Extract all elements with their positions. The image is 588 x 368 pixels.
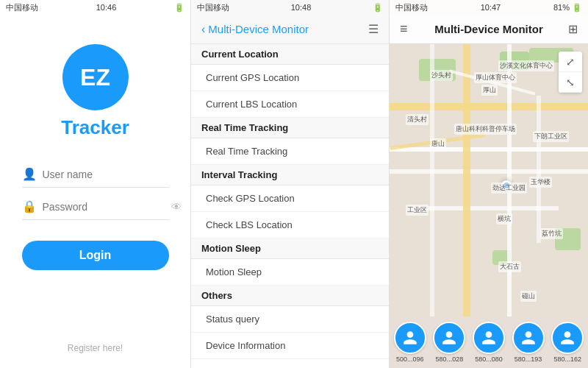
zoom-shrink-icon[interactable]: ⤡ bbox=[559, 72, 582, 93]
road-h-2 bbox=[390, 147, 588, 152]
menu-item-reset[interactable]: Reset bbox=[191, 359, 389, 368]
menu-item-current-lbs[interactable]: Current LBS Location bbox=[191, 91, 389, 118]
map-label-0: 沙头村 bbox=[430, 70, 453, 81]
road-v-3 bbox=[430, 44, 434, 316]
menu-item-device-info[interactable]: Device Information bbox=[191, 333, 389, 359]
signal-map: 中国移动 bbox=[395, 2, 428, 13]
map-label-3: 沙溪文化体育中心 bbox=[498, 60, 554, 71]
menu-item-status-query[interactable]: Status query bbox=[191, 306, 389, 333]
username-input[interactable] bbox=[43, 169, 171, 180]
map-panel: 中国移动 10:47 81% 🔋 ≡ Multi-Device Monitor … bbox=[390, 0, 588, 368]
layers-icon[interactable]: ⊞ bbox=[568, 22, 578, 36]
menu-panel: 中国移动 10:48 🔋 ‹ Multi-Device Monitor ☰ Cu… bbox=[191, 0, 390, 368]
device-label-4: 580...162 bbox=[553, 355, 581, 363]
status-bar-menu: 中国移动 10:48 🔋 bbox=[191, 0, 389, 15]
map-label-11: 横坑 bbox=[496, 213, 512, 224]
device-label-0: 500...096 bbox=[396, 355, 424, 363]
time-menu: 10:48 bbox=[291, 3, 312, 12]
device-avatar-1 bbox=[433, 322, 465, 354]
device-card-2[interactable]: 580...080 bbox=[471, 322, 506, 363]
login-form: 👤 🔒 👁 Login bbox=[22, 161, 169, 270]
lock-icon: 🔒 bbox=[22, 199, 37, 213]
section-header-3: Motion Sleep bbox=[191, 238, 389, 259]
register-link[interactable]: Register here! bbox=[68, 343, 123, 353]
map-label-8: 工业区 bbox=[406, 205, 429, 216]
device-label-1: 580...028 bbox=[436, 355, 464, 363]
menu-item-motion-sleep[interactable]: Motion Sleep bbox=[191, 259, 389, 286]
battery-menu: 🔋 bbox=[373, 3, 383, 13]
hamburger-icon[interactable]: ≡ bbox=[400, 21, 408, 37]
map-label-4: 清头村 bbox=[406, 114, 429, 125]
device-label-2: 580...080 bbox=[475, 355, 503, 363]
logo-area: EZ Tracker bbox=[61, 44, 129, 139]
section-header-1: Real Time Tracking bbox=[191, 118, 389, 138]
logo-circle: EZ bbox=[62, 44, 129, 110]
zoom-controls: ⤢ ⤡ bbox=[559, 52, 582, 93]
device-bar: 500...096 580...028 580...080 580...193 … bbox=[390, 316, 588, 368]
device-card-0[interactable]: 500...096 bbox=[392, 322, 428, 363]
signal-menu: 中国移动 bbox=[197, 2, 229, 13]
map-label-9: 劲达工业园 bbox=[491, 183, 527, 194]
map-label-12: 大石古 bbox=[498, 261, 521, 272]
map-label-10: 玉华楼 bbox=[529, 177, 552, 188]
map-header: ≡ Multi-Device Monitor ⊞ bbox=[390, 15, 588, 44]
menu-header-title[interactable]: Multi-Device Monitor bbox=[208, 23, 309, 35]
device-avatar-2 bbox=[473, 322, 505, 354]
battery-map: 81% 🔋 bbox=[553, 3, 582, 13]
road-v-1 bbox=[463, 44, 470, 316]
password-row: 🔒 👁 bbox=[22, 194, 169, 220]
map-label-14: 磁山 bbox=[520, 291, 537, 302]
status-bar-map: 中国移动 10:47 81% 🔋 bbox=[390, 0, 588, 15]
menu-list-icon[interactable]: ☰ bbox=[368, 22, 379, 36]
device-avatar-0 bbox=[394, 322, 426, 354]
section-header-2: Interval Tracking bbox=[191, 165, 389, 185]
status-bar-login: 中国移动 10:46 🔋 bbox=[0, 0, 190, 15]
menu-item-current-gps[interactable]: Current GPS Location bbox=[191, 65, 389, 91]
road-v-4 bbox=[537, 96, 541, 243]
map-label-1: 厚山 bbox=[481, 85, 498, 96]
zoom-expand-icon[interactable]: ⤢ bbox=[559, 52, 582, 72]
login-panel: 中国移动 10:46 🔋 EZ Tracker 👤 🔒 👁 Login Regi… bbox=[0, 0, 191, 368]
menu-header: ‹ Multi-Device Monitor ☰ bbox=[191, 15, 389, 44]
user-icon: 👤 bbox=[22, 167, 37, 181]
road-h-3 bbox=[390, 169, 588, 174]
section-header-0: Current Location bbox=[191, 44, 389, 65]
road-h-1 bbox=[390, 103, 588, 110]
menu-item-check-gps[interactable]: Check GPS Location bbox=[191, 185, 389, 212]
signal-login: 中国移动 bbox=[6, 2, 38, 13]
eye-icon[interactable]: 👁 bbox=[171, 201, 182, 213]
device-avatar-4 bbox=[551, 322, 584, 354]
battery-login: 🔋 bbox=[174, 3, 184, 13]
device-card-4[interactable]: 580...162 bbox=[550, 322, 585, 363]
section-header-4: Others bbox=[191, 286, 389, 306]
device-card-3[interactable]: 580...193 bbox=[511, 322, 546, 363]
login-button[interactable]: Login bbox=[22, 241, 169, 270]
time-map: 10:47 bbox=[481, 3, 501, 12]
device-card-1[interactable]: 580...028 bbox=[432, 322, 467, 363]
password-input[interactable] bbox=[43, 201, 171, 213]
logo-initials: EZ bbox=[80, 64, 110, 91]
menu-item-check-lbs[interactable]: Check LBS Location bbox=[191, 212, 389, 238]
device-avatar-3 bbox=[512, 322, 545, 354]
time-login: 10:46 bbox=[96, 3, 117, 12]
map-label-13: 荔竹坑 bbox=[540, 228, 563, 239]
device-label-3: 580...193 bbox=[514, 355, 542, 363]
menu-item-realtime[interactable]: Real Time Tracking bbox=[191, 138, 389, 165]
app-name: Tracker bbox=[61, 116, 129, 139]
map-label-5: 唐山科利科普停车场 bbox=[454, 124, 517, 135]
back-arrow-icon[interactable]: ‹ bbox=[201, 23, 205, 36]
map-label-2: 厚山体育中心 bbox=[474, 72, 517, 83]
map-label-7: 下朗工业区 bbox=[533, 131, 569, 142]
map-title: Multi-Device Monitor bbox=[434, 23, 543, 35]
username-row: 👤 bbox=[22, 161, 169, 188]
map-label-6: 唐山 bbox=[430, 138, 446, 149]
